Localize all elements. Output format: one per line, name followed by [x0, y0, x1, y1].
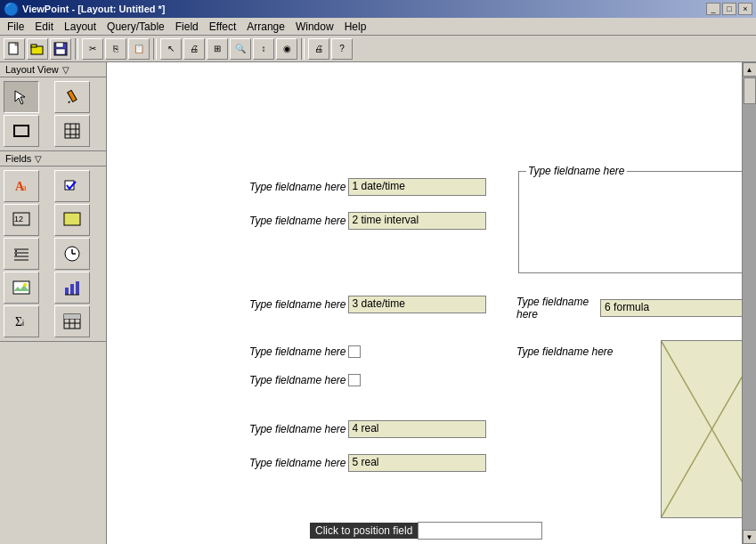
fields-label: Fields [5, 153, 31, 164]
click-field-input[interactable] [418, 522, 542, 540]
svg-point-27 [15, 250, 17, 252]
svg-text:i: i [22, 319, 24, 328]
field-tool-num2[interactable]: 12 [54, 204, 90, 236]
field-tool-image[interactable] [4, 272, 39, 304]
field-label-1: Type fieldname here [249, 181, 346, 193]
checkbox-1[interactable] [348, 345, 361, 358]
layout-view-label: Layout View [5, 64, 59, 75]
click-field[interactable]: Click to position field [310, 522, 542, 540]
field-tool-text[interactable]: A a [4, 170, 39, 202]
checkbox-label-1: Type fieldname here [249, 345, 346, 358]
menu-help[interactable]: Help [339, 20, 372, 34]
open-button[interactable] [27, 38, 48, 60]
field-label-4: Type fieldname here [249, 423, 346, 435]
fields-section: Fields ▽ A a 12 [0, 151, 106, 342]
field-tool-list[interactable] [4, 238, 39, 270]
menu-window[interactable]: Window [290, 20, 339, 34]
svg-rect-10 [14, 126, 28, 136]
svg-rect-3 [31, 45, 37, 47]
unknown-button[interactable]: ◉ [276, 38, 297, 60]
menu-effect[interactable]: Effect [204, 20, 241, 34]
field-tool-chart[interactable] [54, 272, 90, 304]
checkbox-row-1: Type fieldname here [249, 345, 361, 358]
layout-tool-grid[interactable] [54, 115, 90, 147]
print-button[interactable]: 🖨 [308, 38, 329, 60]
click-field-label: Click to position field [310, 523, 418, 539]
field-label-6: Type fieldname here [516, 296, 598, 321]
field-row-1: Type fieldname here 1 date/time [249, 178, 486, 196]
field-label-5: Type fieldname here [249, 457, 346, 469]
field-row-6: Type fieldname here 6 formula [516, 296, 742, 321]
scroll-up-button[interactable]: ▲ [743, 62, 757, 77]
menu-arrange[interactable]: Arrange [241, 20, 290, 34]
help-button[interactable]: ? [331, 38, 353, 60]
toolbar-separator-3 [301, 38, 305, 60]
field-tool-num1[interactable]: 12 [4, 204, 39, 236]
layout-tool-arrow[interactable] [4, 81, 39, 113]
arrow-button[interactable]: ↖ [160, 38, 182, 60]
field-row-2: Type fieldname here 2 time interval [249, 212, 486, 230]
field-label-3: Type fieldname here [249, 298, 346, 311]
field-input-4[interactable]: 4 real [348, 420, 486, 438]
paste-button[interactable]: 📋 [128, 38, 150, 60]
group-box-label: Type fieldname here [526, 165, 627, 177]
maximize-btn[interactable]: □ [722, 3, 736, 15]
sort-button[interactable]: ↕ [253, 38, 274, 60]
field-tool-table[interactable] [54, 305, 90, 337]
menu-edit[interactable]: Edit [29, 20, 59, 34]
field-input-5[interactable]: 5 real [348, 454, 486, 472]
svg-rect-22 [64, 213, 80, 225]
toolbar-separator-2 [153, 38, 157, 60]
svg-point-34 [23, 283, 27, 287]
close-btn[interactable]: × [738, 3, 752, 15]
layout-tool-rect[interactable] [4, 115, 39, 147]
menu-file[interactable]: File [2, 20, 29, 34]
layout-view-section: Layout View ▽ [0, 62, 106, 151]
image-field-label: Type fieldname here [516, 345, 614, 358]
toolbar-separator-1 [75, 38, 78, 60]
copy-button[interactable]: ⎘ [105, 38, 126, 60]
fields-header: Fields ▽ [0, 151, 106, 166]
layout-tool-pencil[interactable] [54, 81, 90, 113]
field-input-1[interactable]: 1 date/time [348, 178, 486, 196]
image-label-row: Type fieldname here [516, 345, 614, 358]
checkbox-2[interactable] [348, 374, 361, 386]
fields-icon: ▽ [35, 154, 42, 164]
toolbar: ✂ ⎘ 📋 ↖ 🖨 ⊞ 🔍 ↕ ◉ 🖨 ? [0, 36, 756, 62]
scroll-down-button[interactable]: ▼ [743, 530, 757, 544]
svg-point-28 [15, 254, 17, 256]
field-row-4: Type fieldname here 4 real [249, 420, 486, 438]
menu-layout[interactable]: Layout [59, 20, 102, 34]
layout-view-icon: ▽ [62, 65, 69, 75]
svg-rect-32 [13, 281, 29, 294]
new-button[interactable] [4, 38, 25, 60]
title-bar-controls: _ □ × [706, 3, 752, 15]
field-input-3[interactable]: 3 date/time [348, 296, 486, 313]
svg-text:Σ: Σ [15, 315, 22, 329]
title-bar: 🔵 ViewPoint - [Layout: Untitled *] _ □ × [0, 0, 756, 18]
menu-field[interactable]: Field [170, 20, 204, 34]
window-title: ViewPoint - [Layout: Untitled *] [22, 4, 166, 14]
grid-button[interactable]: ⊞ [207, 38, 228, 60]
cut-button[interactable]: ✂ [82, 38, 103, 60]
svg-text:12: 12 [14, 215, 23, 223]
menu-querytable[interactable]: Query/Table [102, 20, 170, 34]
main-layout: Layout View ▽ [0, 62, 756, 544]
svg-text:a: a [22, 183, 27, 192]
field-tool-clock[interactable] [54, 238, 90, 270]
svg-rect-6 [56, 49, 65, 54]
minimize-btn[interactable]: _ [706, 3, 720, 15]
field-input-6[interactable]: 6 formula [600, 299, 742, 317]
field-tool-sigma[interactable]: Σ i [4, 305, 39, 337]
field-tool-check[interactable] [54, 170, 90, 202]
svg-rect-11 [65, 124, 79, 138]
save-button[interactable] [50, 38, 71, 60]
image-placeholder[interactable] [661, 340, 742, 518]
scroll-thumb[interactable] [744, 77, 756, 104]
svg-rect-47 [662, 342, 742, 517]
layout-view-header: Layout View ▽ [0, 62, 106, 77]
field-input-2[interactable]: 2 time interval [348, 212, 486, 230]
layout-tools [0, 77, 106, 150]
zoom-button[interactable]: 🔍 [230, 38, 251, 60]
print-preview-button[interactable]: 🖨 [183, 38, 205, 60]
